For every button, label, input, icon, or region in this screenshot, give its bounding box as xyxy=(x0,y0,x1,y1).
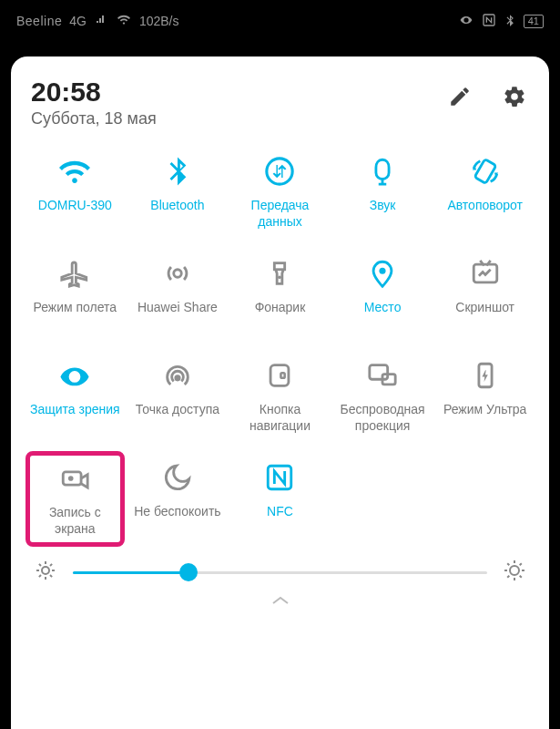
rotate-icon xyxy=(468,154,503,189)
brightness-low-icon xyxy=(35,560,56,585)
svg-line-15 xyxy=(507,563,509,565)
share-icon xyxy=(160,256,195,291)
svg-line-16 xyxy=(520,576,522,578)
tile-label: Звук xyxy=(370,198,396,214)
brightness-high-icon xyxy=(504,560,525,585)
tile-label: Кнопка навигации xyxy=(232,402,328,434)
panel-header: 20:58 Суббота, 18 мая xyxy=(25,77,535,128)
tile-label: Место xyxy=(364,300,402,316)
tile-label: NFC xyxy=(267,504,293,520)
tile-record[interactable]: Запись с экрана xyxy=(25,451,125,547)
tile-wifi[interactable]: DOMRU-390 xyxy=(25,145,125,240)
tile-label: Режим полета xyxy=(33,300,117,316)
navbtn-icon xyxy=(262,358,297,393)
network-type-label: 4G xyxy=(69,14,87,28)
carrier-label: Beeline xyxy=(16,14,62,28)
wifi-status-icon xyxy=(116,14,132,29)
tile-data[interactable]: Передача данных xyxy=(230,145,330,240)
tile-share[interactable]: Huawei Share xyxy=(128,247,228,342)
tile-sound[interactable]: Звук xyxy=(333,145,433,240)
bluetooth-icon xyxy=(160,154,195,189)
brightness-slider-fill xyxy=(73,571,188,574)
tile-navbtn[interactable]: Кнопка навигации xyxy=(230,349,330,444)
tile-label: Bluetooth xyxy=(150,198,204,214)
tile-label: DOMRU-390 xyxy=(38,198,112,214)
tile-label: Автоповорот xyxy=(447,198,523,214)
tile-torch[interactable]: Фонарик xyxy=(230,247,330,342)
svg-point-1 xyxy=(42,567,49,574)
svg-line-9 xyxy=(50,564,52,566)
clock-block[interactable]: 20:58 Суббота, 18 мая xyxy=(31,77,157,128)
dnd-icon xyxy=(160,460,195,495)
wifi-icon xyxy=(57,154,92,189)
torch-icon xyxy=(262,256,297,291)
status-bar: Beeline 4G 102B/s 41 xyxy=(0,0,560,42)
tile-nfc[interactable]: NFC xyxy=(230,451,330,547)
tile-airplane[interactable]: Режим полета xyxy=(25,247,125,342)
brightness-slider[interactable] xyxy=(73,571,487,574)
nfc-icon xyxy=(262,460,297,495)
location-icon xyxy=(365,256,400,291)
clock-time: 20:58 xyxy=(31,77,157,108)
record-icon xyxy=(57,461,92,496)
battery-indicator: 41 xyxy=(524,15,544,28)
tile-label: Скриншот xyxy=(455,300,514,316)
settings-button[interactable] xyxy=(500,82,529,111)
cast-icon xyxy=(365,358,400,393)
hotspot-icon xyxy=(160,358,195,393)
quick-settings-sheet: 20:58 Суббота, 18 мая DOMRU-390Bluetooth… xyxy=(11,56,549,729)
brightness-slider-thumb[interactable] xyxy=(179,563,198,581)
tile-ultra[interactable]: Режим Ультра xyxy=(435,349,535,444)
brightness-row xyxy=(25,550,535,589)
tile-label: Беспроводная проекция xyxy=(335,402,431,434)
tile-rotate[interactable]: Автоповорот xyxy=(435,145,535,240)
collapse-handle[interactable] xyxy=(25,589,535,611)
tile-label: Защита зрения xyxy=(30,402,120,418)
airplane-icon xyxy=(57,256,92,291)
tile-label: Точка доступа xyxy=(136,402,219,418)
battery-level-label: 41 xyxy=(524,15,544,28)
tile-eyecare[interactable]: Защита зрения xyxy=(25,349,125,444)
tiles-grid: DOMRU-390BluetoothПередача данныхЗвукАвт… xyxy=(25,145,535,547)
svg-point-10 xyxy=(510,566,519,575)
eyecare-icon xyxy=(57,358,92,393)
tile-label: Передача данных xyxy=(232,198,328,230)
tile-label: Запись с экрана xyxy=(30,505,120,537)
svg-line-6 xyxy=(39,564,41,566)
svg-line-8 xyxy=(39,575,41,577)
bluetooth-status-icon xyxy=(504,13,516,30)
status-left: Beeline 4G 102B/s xyxy=(16,14,178,29)
tile-location[interactable]: Место xyxy=(333,247,433,342)
data-speed-label: 102B/s xyxy=(139,14,179,28)
tile-hotspot[interactable]: Точка доступа xyxy=(128,349,228,444)
data-icon xyxy=(262,154,297,189)
tile-label: Huawei Share xyxy=(137,300,218,316)
tile-screenshot[interactable]: Скриншот xyxy=(435,247,535,342)
ultra-icon xyxy=(468,358,503,393)
signal-icon xyxy=(94,14,108,28)
tile-label: Режим Ультра xyxy=(443,402,526,418)
tile-bluetooth[interactable]: Bluetooth xyxy=(128,145,228,240)
screenshot-icon xyxy=(468,256,503,291)
svg-line-7 xyxy=(50,575,52,577)
edit-button[interactable] xyxy=(445,82,474,111)
tile-label: Фонарик xyxy=(255,300,306,316)
sound-icon xyxy=(365,154,400,189)
status-right: 41 xyxy=(458,13,544,30)
tile-label: Не беспокоить xyxy=(134,504,220,520)
nfc-status-icon xyxy=(482,13,496,30)
eye-status-icon xyxy=(458,14,474,29)
tile-dnd[interactable]: Не беспокоить xyxy=(128,451,228,547)
clock-date: Суббота, 18 мая xyxy=(31,109,157,128)
tile-cast[interactable]: Беспроводная проекция xyxy=(333,349,433,444)
svg-line-18 xyxy=(520,563,522,565)
header-actions xyxy=(445,82,529,111)
svg-line-17 xyxy=(507,576,509,578)
